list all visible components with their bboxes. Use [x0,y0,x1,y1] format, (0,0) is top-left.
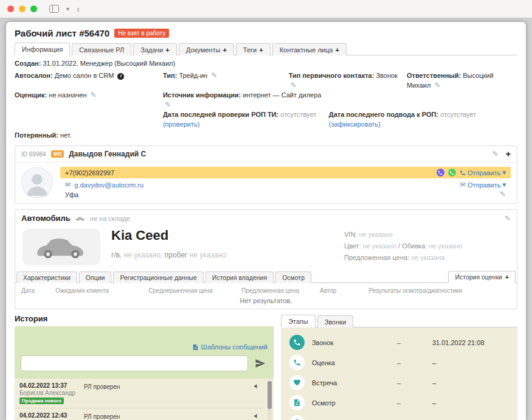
stage-row: Диагностика – – [289,413,509,420]
car-section-title: Автомобиль [21,214,71,223]
heart-icon [289,375,305,390]
contact-id: ID 69984 [21,151,46,158]
car-vin: VIN: не указано [344,229,510,240]
edit-contact-details-icon[interactable]: ✎ [500,190,506,198]
history-item: 04.02.2022 13:37 Борисов Александр Прода… [15,379,264,408]
window-zoom-button[interactable] [30,5,37,12]
tab-tasks[interactable]: Задачи+ [133,43,176,55]
info-icon[interactable]: i [117,73,124,80]
page-title: Рабочий лист #56470 [15,28,109,38]
tab-evaluation-history[interactable]: История оценки + [448,271,516,283]
tab-ownership-history[interactable]: История владения [206,271,274,283]
tab-characteristics[interactable]: Характеристики [16,271,77,283]
field-contact-type: Тип первичного контакта: Звонок ✎ [289,71,407,90]
message-templates-link[interactable]: Шаблоны сообщений [201,343,268,351]
tab-information[interactable]: Информация [15,43,70,55]
tab-options[interactable]: Опции [79,271,112,283]
phone-row: +7(902)2692997 Отправить ▾ [60,167,511,178]
chevron-down-icon[interactable]: ▾ [66,5,69,12]
add-contact-icon[interactable]: + [506,149,511,159]
sidebar-toggle-icon[interactable] [49,5,59,13]
caret-down-icon: ▾ [502,169,506,177]
created-line: Создан: 31.01.2022, Менеджер (Высоцкий М… [15,60,517,67]
car-card: Автомобиль не на складе ✎ Kia Ceed г/в. … [15,209,517,309]
scrollbar-thumb[interactable] [268,381,272,409]
megaphone-icon[interactable] [254,382,260,404]
add-contact-person-icon[interactable]: + [335,46,339,54]
contact-email[interactable]: g.davydov@autocrm.ru [74,181,143,189]
stage-row: Звонок – 31.01.2022 21:08 [289,332,509,352]
car-header: Автомобиль не на складе ✎ [15,210,517,224]
add-document-icon[interactable]: + [223,46,226,54]
phone-forward-icon [460,170,466,176]
col-client-expectations: Ожидания клиента [55,287,148,294]
car-stock-status: не на складе [90,215,130,222]
field-responsible: Ответственный: Высоцкий Михаил ✎ [407,71,517,90]
history-panel: История Шаблоны сообщений [15,314,274,420]
no-results-text: Нет результатов. [15,295,517,309]
stages-list: Звонок – 31.01.2022 21:08 Оценка – – [281,327,517,420]
edit-appraiser-icon[interactable]: ✎ [91,91,97,99]
tab-calls[interactable]: Звонки [317,315,354,327]
edit-type-icon[interactable]: ✎ [211,71,217,80]
send-message-icon[interactable] [253,356,268,371]
car-color-upholstery: Цвет: не указано / Обивка: не указано [344,240,510,252]
tab-registration-data[interactable]: Регистрационные данные [113,271,203,283]
field-source: Источник информации: интернет — Сайт дил… [163,90,329,110]
status-badge: Не взят в работу [114,29,169,38]
phone-callback-icon [289,355,305,370]
templates-icon [192,344,199,351]
whatsapp-icon[interactable] [448,169,456,177]
car-stock-icon [75,215,86,222]
tab-contact-persons[interactable]: Контактные лица+ [272,43,347,55]
funnel-badge: Продажа нового [19,397,64,404]
stages-tabs: Этапы Звонки [281,314,517,327]
document-icon [289,395,305,410]
tab-documents[interactable]: Документы+ [179,43,234,55]
stage-row: Осмотр – – [289,393,509,413]
message-input[interactable] [21,355,248,371]
tab-inspection[interactable]: Осмотр [275,271,311,283]
envelope-icon: ✉ [460,181,466,189]
edit-contact-type-icon[interactable]: ✎ [291,81,297,89]
add-task-icon[interactable]: + [165,46,169,54]
back-button[interactable]: ‹ [77,4,80,13]
contact-card: ID 69984 ФЛ Давыдов Геннадий С ✎ + +7(90… [15,145,517,204]
phone-send-button[interactable]: Отправить ▾ [460,169,506,177]
edit-contact-icon[interactable]: ✎ [492,150,499,158]
viber-icon[interactable] [437,169,444,177]
car-image [22,229,100,265]
tab-stages[interactable]: Этапы [281,315,316,327]
stages-panel: Этапы Звонки Звонок – 31.01.2022 21:08 [281,314,517,420]
rop-lead-link[interactable]: (зафиксировать) [329,121,381,128]
email-send-button[interactable]: ✉ Отправить ▾ [460,181,506,189]
window-minimize-button[interactable] [19,5,26,12]
car-main-info: Kia Ceed г/в. не указано; пробег не указ… [111,226,226,265]
tab-related-worksheets[interactable]: Связанные РЛ [72,43,131,55]
contact-phone[interactable]: +7(902)2692997 [65,169,114,177]
rop-check-link[interactable]: (проверить) [163,121,199,128]
car-name: Kia Ceed [111,228,226,243]
window-close-button[interactable] [7,5,14,12]
col-market-price: Среднерыночная цена [148,287,241,294]
add-evaluation-icon[interactable]: + [505,273,509,281]
car-tabs: Характеристики Опции Регистрационные дан… [15,270,517,283]
tab-tags[interactable]: Теги+ [236,43,271,55]
megaphone-icon[interactable] [254,412,260,420]
edit-source-icon[interactable]: ✎ [165,100,171,109]
col-inspection-results: Результаты осмотра/диагностики [369,287,511,294]
add-tag-icon[interactable]: + [259,46,263,54]
car-details: VIN: не указано Цвет: не указано / Обивк… [344,226,510,265]
history-scrollbar[interactable] [268,381,272,420]
evaluation-table-header: Дата Ожидания клиента Среднерыночная цен… [15,283,517,295]
field-type: Тип: Трейд-ин ✎ [163,71,289,90]
edit-car-icon[interactable]: ✎ [505,214,511,223]
phone-icon [289,335,305,350]
contact-type-badge: ФЛ [51,150,64,158]
worksheet-tabs: Информация Связанные РЛ Задачи+ Документ… [15,42,517,55]
stage-row: Оценка – – [289,352,509,373]
field-rop-check: Дата последней проверки РОП ТИ: отсутств… [163,110,329,129]
edit-responsible-icon[interactable]: ✎ [434,81,440,89]
car-body: Kia Ceed г/в. не указано; пробег не указ… [15,224,517,269]
message-compose-area: Шаблоны сообщений [15,326,274,379]
